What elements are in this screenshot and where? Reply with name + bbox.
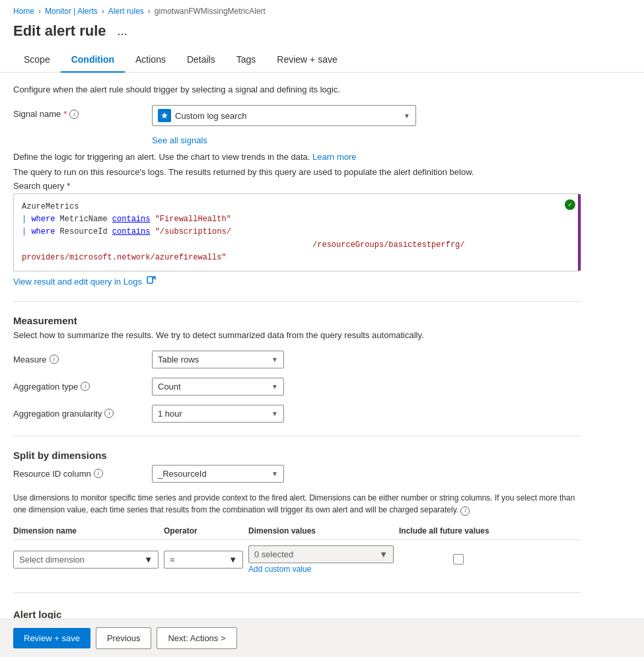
kql-line-4: /resourceGroups/basictestperfrg/	[22, 239, 573, 252]
dimension-values-chevron-icon: ▼	[379, 549, 388, 559]
search-query-box[interactable]: ✓ AzureMetrics | where MetricName contai…	[13, 193, 581, 271]
tab-tags[interactable]: Tags	[226, 48, 267, 73]
kql-line-3: | where ResourceId contains "/subscripti…	[22, 226, 573, 238]
tab-review-save[interactable]: Review + save	[266, 48, 347, 73]
add-custom-value-link[interactable]: Add custom value	[248, 565, 394, 574]
signal-chevron-icon: ▼	[404, 112, 410, 120]
dimensions-header: Dimension name Operator Dimension values…	[13, 522, 581, 540]
dimension-name-dropdown[interactable]: Select dimension ▼	[13, 551, 159, 569]
dim-header-operator: Operator	[164, 526, 243, 536]
purple-bar	[578, 194, 581, 271]
search-query-label: Search query *	[13, 181, 581, 191]
aggregation-type-label: Aggregation type i	[13, 378, 145, 392]
query-resource-desc: The query to run on this resource's logs…	[13, 167, 581, 177]
kql-line-5: providers/microsoft.network/azurefirewal…	[22, 252, 573, 264]
tab-condition[interactable]: Condition	[61, 48, 125, 73]
breadcrumb-current: gimotwanFWMissingMetricAlert	[155, 7, 266, 16]
view-result-text: View result and edit query in Logs	[13, 277, 142, 287]
measure-dropdown[interactable]: Table rows ▼	[152, 351, 284, 368]
measure-chevron-icon: ▼	[271, 356, 278, 363]
signal-name-label: Signal name * i	[13, 105, 145, 119]
dimension-operator-dropdown[interactable]: = ▼	[164, 551, 243, 569]
aggregation-type-value: Count	[158, 382, 268, 392]
previous-button[interactable]: Previous	[96, 627, 152, 649]
measure-info-icon[interactable]: i	[50, 355, 59, 364]
svg-rect-0	[147, 277, 153, 283]
ellipsis-button[interactable]: ...	[113, 23, 132, 39]
dimension-values-placeholder: 0 selected	[254, 549, 293, 559]
define-logic-desc: Define the logic for triggering an alert…	[13, 152, 581, 162]
next-actions-button[interactable]: Next: Actions >	[157, 627, 236, 649]
aggregation-granularity-label: Aggregation granularity i	[13, 405, 145, 419]
aggregation-type-info-icon[interactable]: i	[81, 382, 90, 391]
aggregation-type-row: Aggregation type i Count ▼	[13, 378, 581, 396]
page-title: Edit alert rule	[13, 22, 106, 40]
dimension-values-dropdown[interactable]: 0 selected ▼	[248, 545, 394, 563]
measure-value: Table rows	[158, 355, 268, 364]
split-desc-info-icon[interactable]: i	[460, 506, 470, 516]
aggregation-type-chevron-icon: ▼	[271, 383, 278, 390]
logs-icon	[146, 275, 157, 288]
dimension-row: Select dimension ▼ = ▼ 0 selected ▼ Add …	[13, 540, 581, 579]
valid-indicator-icon: ✓	[565, 199, 575, 210]
dimension-name-chevron-icon: ▼	[144, 555, 153, 565]
dimensions-table: Dimension name Operator Dimension values…	[13, 522, 581, 579]
divider-3	[13, 592, 581, 593]
footer-bar: Review + save Previous Next: Actions >	[0, 619, 644, 657]
measure-label: Measure i	[13, 351, 145, 364]
split-desc-long: Use dimensions to monitor specific time …	[13, 492, 581, 516]
include-future-values-container	[399, 554, 518, 565]
breadcrumb-monitor[interactable]: Monitor | Alerts	[45, 7, 98, 16]
signal-name-info-icon[interactable]: i	[69, 110, 79, 119]
aggregation-granularity-info-icon[interactable]: i	[104, 409, 114, 418]
dim-header-values: Dimension values	[248, 526, 394, 536]
dim-header-future: Include all future values	[399, 526, 518, 536]
kql-line-1: AzureMetrics	[22, 201, 573, 213]
aggregation-granularity-chevron-icon: ▼	[271, 410, 278, 417]
aggregation-granularity-row: Aggregation granularity i 1 hour ▼	[13, 405, 581, 423]
resource-id-row: Resource ID column i _ResourceId ▼	[13, 465, 581, 483]
see-all-signals-link[interactable]: See all signals	[152, 135, 581, 145]
include-future-values-checkbox[interactable]	[453, 554, 464, 565]
condition-description: Configure when the alert rule should tri…	[13, 85, 581, 94]
resource-id-dropdown[interactable]: _ResourceId ▼	[152, 465, 284, 483]
learn-more-link[interactable]: Learn more	[312, 152, 356, 162]
tab-actions[interactable]: Actions	[125, 48, 176, 73]
aggregation-granularity-dropdown[interactable]: 1 hour ▼	[152, 405, 284, 423]
measurement-title: Measurement	[13, 315, 581, 326]
split-title: Split by dimensions	[13, 450, 581, 461]
review-save-button[interactable]: Review + save	[13, 628, 90, 648]
tabs-nav: Scope Condition Actions Details Tags Rev…	[0, 48, 644, 73]
measure-row: Measure i Table rows ▼	[13, 351, 581, 368]
signal-icon	[158, 109, 171, 122]
tab-details[interactable]: Details	[176, 48, 226, 73]
dim-header-name: Dimension name	[13, 526, 159, 536]
aggregation-granularity-value: 1 hour	[158, 409, 268, 419]
measurement-desc: Select how to summarize the results. We …	[13, 330, 581, 340]
view-result-link[interactable]: View result and edit query in Logs	[13, 275, 581, 288]
signal-name-dropdown[interactable]: Custom log search ▼	[152, 105, 416, 126]
breadcrumb: Home › Monitor | Alerts › Alert rules › …	[0, 0, 644, 20]
breadcrumb-alert-rules[interactable]: Alert rules	[108, 7, 144, 16]
condition-content: Configure when the alert rule should tri…	[0, 73, 594, 657]
dimension-operator-value: =	[170, 555, 175, 565]
divider-2	[13, 436, 581, 436]
kql-line-2: | where MetricName contains "FirewallHea…	[22, 213, 573, 226]
split-section: Split by dimensions Resource ID column i…	[13, 450, 581, 579]
resource-id-chevron-icon: ▼	[271, 470, 278, 477]
tab-scope[interactable]: Scope	[13, 48, 61, 73]
dimension-name-placeholder: Select dimension	[19, 555, 85, 565]
aggregation-type-dropdown[interactable]: Count ▼	[152, 378, 284, 396]
signal-name-value: Custom log search	[175, 111, 400, 121]
resource-id-info-icon[interactable]: i	[94, 469, 103, 478]
dimension-operator-chevron-icon: ▼	[229, 555, 237, 565]
divider-1	[13, 301, 581, 302]
breadcrumb-home[interactable]: Home	[13, 7, 34, 16]
signal-name-row: Signal name * i Custom log search ▼	[13, 105, 581, 126]
page-title-row: Edit alert rule ...	[0, 20, 644, 48]
resource-id-value: _ResourceId	[158, 469, 268, 479]
resource-id-label: Resource ID column i	[13, 465, 145, 479]
